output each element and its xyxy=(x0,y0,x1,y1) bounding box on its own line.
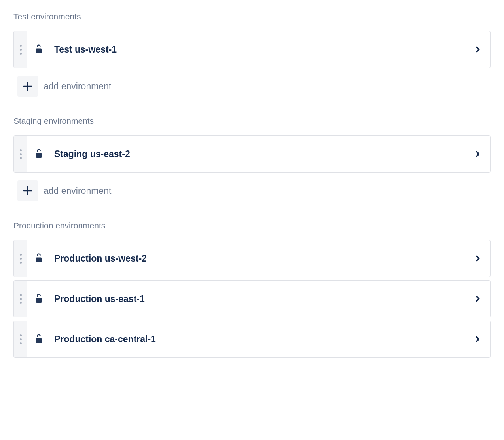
drag-handle-icon xyxy=(20,254,22,264)
drag-handle[interactable] xyxy=(14,31,27,68)
drag-handle[interactable] xyxy=(14,240,27,277)
environment-name: Production us-east-1 xyxy=(54,294,474,304)
unlocked-icon xyxy=(33,44,45,55)
chevron-right-icon xyxy=(474,294,482,303)
chevron-right-icon xyxy=(474,254,482,263)
environment-row[interactable]: Staging us-east-2 xyxy=(27,136,490,172)
unlocked-icon xyxy=(33,148,45,160)
environment-row[interactable]: Test us-west-1 xyxy=(27,31,490,68)
section-title: Staging environments xyxy=(13,116,491,126)
unlocked-icon xyxy=(33,293,45,305)
unlocked-icon xyxy=(33,333,45,345)
environment-row[interactable]: Production us-west-2 xyxy=(27,240,490,277)
drag-handle[interactable] xyxy=(14,321,27,357)
svg-rect-8 xyxy=(36,338,42,343)
add-environment-button[interactable]: add environment xyxy=(13,180,491,201)
production-environments-section: Production environments Production us-we… xyxy=(13,221,491,358)
drag-handle[interactable] xyxy=(14,281,27,317)
plus-icon xyxy=(17,180,38,201)
environment-name: Staging us-east-2 xyxy=(54,149,474,159)
add-environment-button[interactable]: add environment xyxy=(13,76,491,97)
drag-handle-icon xyxy=(20,334,22,344)
drag-handle[interactable] xyxy=(14,136,27,172)
environment-card: Test us-west-1 xyxy=(13,31,491,68)
environment-row[interactable]: Production us-east-1 xyxy=(27,281,490,317)
drag-handle-icon xyxy=(20,45,22,55)
environment-name: Test us-west-1 xyxy=(54,44,474,55)
environment-card: Staging us-east-2 xyxy=(13,135,491,173)
plus-icon xyxy=(17,76,38,97)
drag-handle-icon xyxy=(20,294,22,304)
staging-environments-section: Staging environments Staging us-east-2 xyxy=(13,116,491,201)
unlocked-icon xyxy=(33,252,45,264)
svg-rect-6 xyxy=(36,258,42,263)
environment-card: Production us-east-1 xyxy=(13,280,491,317)
add-environment-label: add environment xyxy=(44,81,111,92)
chevron-right-icon xyxy=(474,150,482,158)
test-environments-section: Test environments Test us-west-1 xyxy=(13,12,491,97)
environment-name: Production ca-central-1 xyxy=(54,334,474,345)
environment-name: Production us-west-2 xyxy=(54,253,474,264)
drag-handle-icon xyxy=(20,149,22,159)
section-title: Test environments xyxy=(13,12,491,21)
environment-row[interactable]: Production ca-central-1 xyxy=(27,321,490,357)
svg-rect-3 xyxy=(36,153,42,158)
environment-card: Production us-west-2 xyxy=(13,240,491,277)
add-environment-label: add environment xyxy=(44,186,111,196)
chevron-right-icon xyxy=(474,335,482,343)
environment-card: Production ca-central-1 xyxy=(13,321,491,358)
section-title: Production environments xyxy=(13,221,491,230)
svg-rect-7 xyxy=(36,298,42,303)
svg-rect-0 xyxy=(36,49,42,54)
chevron-right-icon xyxy=(474,45,482,54)
